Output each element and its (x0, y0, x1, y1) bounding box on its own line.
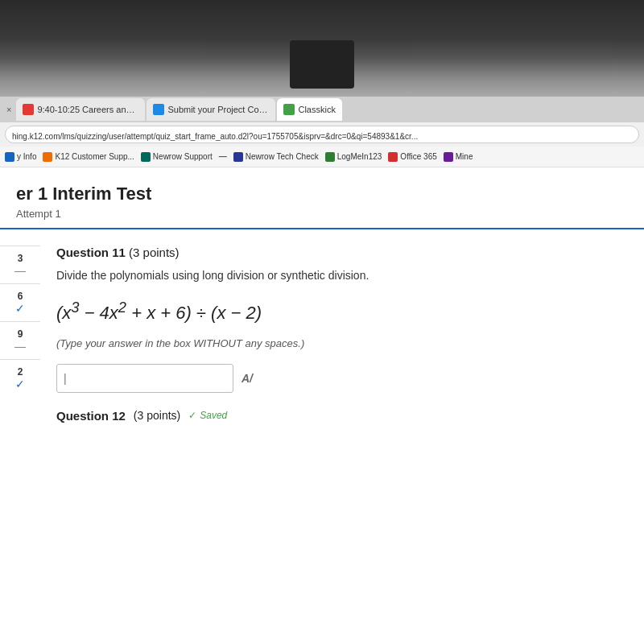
sidebar-q3-num: 3 (18, 253, 23, 264)
bookmark-label-k12: K12 Customer Supp... (55, 152, 134, 161)
background-photo (0, 0, 644, 97)
tab-submit[interactable]: Submit your Project Contract C (147, 98, 275, 121)
bookmark-label-mine: Mine (456, 152, 473, 161)
sidebar-q2-check: ✓ (15, 378, 25, 390)
sidebar-q2-num: 2 (18, 366, 23, 378)
tab-bar: × 9:40-10:25 Careers and Iss... Submit y… (0, 97, 644, 122)
address-bar[interactable]: hing.k12.com/lms/quizzing/user/attempt/q… (5, 126, 639, 143)
tab-label-careers: 9:40-10:25 Careers and Iss... (37, 105, 138, 114)
answer-input[interactable] (56, 364, 233, 393)
sidebar-q9-mark: — (14, 340, 26, 353)
question11-text: Divide the polynomials using long divisi… (56, 267, 628, 284)
sidebar-q2: 2 ✓ (0, 359, 40, 397)
bookmark-label-newrow-tech: Newrow Tech Check (246, 152, 319, 161)
tab-favicon-classkick (283, 104, 295, 115)
bookmark-icon-newrow-tech (233, 152, 243, 162)
answer-instruction: (Type your answer in the box WITHOUT any… (56, 337, 628, 349)
bookmark-label-newrow-support: Newrow Support (153, 152, 213, 161)
tab-label-classkick: Classkick (298, 105, 335, 114)
sidebar-q3-mark: — (14, 264, 26, 277)
bookmark-icon-logmein (325, 152, 335, 162)
bookmark-newrow-tech[interactable]: Newrow Tech Check (233, 152, 319, 162)
browser-chrome: × 9:40-10:25 Careers and Iss... Submit y… (0, 97, 644, 167)
bookmark-logmein[interactable]: LogMeIn123 (325, 152, 382, 162)
question-main: Question 11 (3 points) Divide the polyno… (40, 246, 644, 423)
bookmark-mine[interactable]: Mine (444, 152, 473, 162)
question12-title: Question 12 (56, 409, 126, 423)
sidebar-q9-num: 9 (18, 328, 23, 340)
bookmark-newrow-support[interactable]: Newrow Support (141, 152, 213, 162)
saved-badge: ✓ Saved (188, 410, 227, 421)
bookmark-icon-y-info (5, 152, 14, 162)
tab-careers[interactable]: 9:40-10:25 Careers and Iss... (16, 98, 145, 121)
main-content: er 1 Interim Test Attempt 1 3 — 6 ✓ 9 — … (0, 167, 644, 644)
spell-check-button[interactable]: A/ (242, 372, 253, 385)
question12-header: Question 12 (3 points) ✓ Saved (56, 409, 628, 423)
bookmark-label-y-info: y Info (17, 152, 36, 161)
page-header: er 1 Interim Test Attempt 1 (0, 184, 644, 229)
question11-header: Question 11 (3 points) (56, 246, 628, 259)
answer-input-row: A/ (56, 364, 628, 393)
bookmark-label-office365: Office 365 (400, 152, 436, 161)
tab-favicon-submit (153, 104, 164, 115)
bookmark-y-info[interactable]: y Info (5, 152, 36, 162)
tab-favicon-careers (23, 104, 34, 115)
bookmark-icon-newrow-support (141, 152, 151, 162)
sidebar-q3: 3 — (0, 246, 40, 283)
sidebar-q6-check: ✓ (15, 302, 25, 315)
math-expression: (x3 − 4x2 + x + 6) ÷ (x − 2) (56, 295, 628, 328)
sidebar-q6: 6 ✓ (0, 283, 40, 321)
bookmark-label-logmein: LogMeIn123 (337, 152, 382, 161)
bookmark-k12[interactable]: K12 Customer Supp... (43, 152, 134, 162)
bookmark-icon-mine (444, 152, 453, 162)
bookmark-office365[interactable]: Office 365 (388, 152, 436, 162)
question-numbers-sidebar: 3 — 6 ✓ 9 — 2 ✓ (0, 246, 40, 423)
bookmark-icon-office365 (388, 152, 398, 162)
address-bar-row: hing.k12.com/lms/quizzing/user/attempt/q… (0, 122, 644, 147)
question12-points: (3 points) (134, 409, 180, 422)
bookmark-icon-k12 (43, 152, 52, 162)
page-title: er 1 Interim Test (16, 184, 628, 204)
question11-points: (3 points) (129, 246, 180, 259)
window-close-button[interactable]: × (3, 105, 14, 114)
tab-classkick[interactable]: Classkick (277, 98, 341, 121)
sidebar-q9: 9 — (0, 321, 40, 359)
bookmark-separator: — (219, 152, 227, 161)
saved-check-icon: ✓ (188, 410, 196, 421)
tab-label-submit: Submit your Project Contract C (167, 105, 269, 114)
bookmarks-bar: y Info K12 Customer Supp... Newrow Suppo… (0, 147, 644, 167)
sidebar-q6-num: 6 (18, 291, 23, 302)
attempt-label: Attempt 1 (16, 208, 628, 220)
saved-label: Saved (200, 410, 227, 421)
question-area: 3 — 6 ✓ 9 — 2 ✓ Question 11 (3 points) (0, 229, 644, 423)
question11-title: Question 11 (56, 246, 126, 259)
